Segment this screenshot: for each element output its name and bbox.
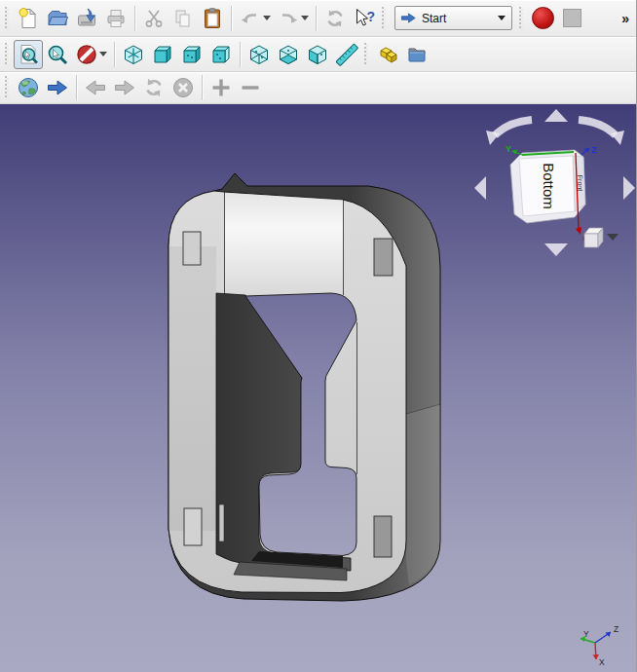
view-right-icon bbox=[209, 43, 233, 66]
measure-icon bbox=[335, 43, 358, 66]
axis-z-label: Z bbox=[614, 624, 618, 634]
separator bbox=[231, 6, 232, 31]
axis-x-label: X bbox=[599, 657, 605, 667]
whats-this-icon: ? bbox=[353, 7, 376, 30]
toolbar-overflow-chevron[interactable]: » bbox=[621, 12, 629, 25]
cad-model[interactable] bbox=[169, 173, 440, 601]
separator bbox=[240, 42, 241, 67]
toolbar-grip[interactable] bbox=[519, 7, 523, 30]
open-folder-icon bbox=[46, 7, 69, 30]
minus-icon bbox=[239, 76, 262, 99]
reload-button[interactable] bbox=[139, 73, 169, 102]
go-arrow-icon bbox=[46, 76, 69, 99]
back-button[interactable] bbox=[81, 73, 110, 102]
save-icon bbox=[75, 7, 98, 30]
separator bbox=[134, 6, 135, 31]
part-box-button[interactable] bbox=[373, 40, 402, 69]
axis-y-label: Y bbox=[583, 629, 589, 639]
fit-all-button[interactable] bbox=[14, 40, 43, 69]
zoom-in-button[interactable] bbox=[206, 73, 236, 102]
toolbar-grip[interactable] bbox=[5, 76, 9, 99]
globe-icon bbox=[17, 76, 40, 99]
toolbar-grip[interactable] bbox=[382, 7, 386, 30]
redo-dropdown-arrow[interactable] bbox=[301, 16, 309, 20]
view-axonometric-icon bbox=[122, 43, 145, 66]
stop-icon bbox=[171, 76, 195, 99]
view-axonometric-button[interactable] bbox=[119, 40, 148, 69]
undo-dropdown-arrow[interactable] bbox=[263, 16, 271, 20]
new-document-button[interactable] bbox=[14, 4, 43, 33]
nav-cube-front-label[interactable]: Bottom bbox=[541, 163, 557, 209]
redo-icon bbox=[277, 7, 300, 30]
workbench-selector-value: Start bbox=[422, 12, 493, 25]
view-rear-button[interactable] bbox=[244, 40, 274, 69]
measure-distance-button[interactable] bbox=[332, 40, 361, 69]
model-pocket-bottom-right bbox=[374, 516, 392, 557]
workbench-icon bbox=[400, 10, 417, 26]
toolbar-navigation bbox=[0, 72, 636, 104]
toolbar-grip[interactable] bbox=[5, 7, 9, 30]
model-pocket-sliver bbox=[219, 504, 224, 541]
fit-all-icon bbox=[17, 43, 40, 66]
view-front-button[interactable] bbox=[148, 40, 177, 69]
forward-button[interactable] bbox=[110, 73, 139, 102]
toolbar-grip[interactable] bbox=[5, 43, 9, 66]
model-highlight bbox=[225, 193, 343, 294]
view-top-button[interactable] bbox=[177, 40, 206, 69]
zoom-out-button[interactable] bbox=[236, 73, 265, 102]
view-left-icon bbox=[306, 43, 329, 66]
draw-style-dropdown-arrow[interactable] bbox=[99, 52, 107, 56]
nav-cube-side-label[interactable]: Front bbox=[577, 175, 583, 191]
plus-icon bbox=[209, 76, 233, 99]
draw-style-button[interactable] bbox=[72, 40, 101, 69]
toolbar-view bbox=[0, 37, 636, 72]
toolbar-standard: ? Start » bbox=[0, 0, 636, 37]
toolbar-grip[interactable] bbox=[364, 43, 368, 66]
stop-macro-button[interactable] bbox=[557, 4, 586, 33]
model-pocket-top-left bbox=[183, 232, 201, 265]
open-folder-button[interactable] bbox=[402, 40, 431, 69]
web-home-button[interactable] bbox=[14, 73, 43, 102]
view-left-button[interactable] bbox=[303, 40, 332, 69]
print-button[interactable] bbox=[101, 4, 131, 33]
part-box-icon bbox=[376, 43, 399, 66]
folder-icon bbox=[405, 43, 429, 66]
fit-selection-icon bbox=[46, 43, 69, 66]
view-bottom-button[interactable] bbox=[274, 40, 303, 69]
3d-viewport[interactable]: Bottom Front Y Z x Y Z bbox=[0, 104, 637, 672]
save-document-button[interactable] bbox=[72, 4, 101, 33]
reload-icon bbox=[142, 76, 166, 99]
stop-button[interactable] bbox=[169, 73, 198, 102]
model-side-sheen bbox=[406, 404, 440, 585]
refresh-icon bbox=[323, 7, 347, 30]
draw-style-icon bbox=[75, 43, 98, 66]
separator bbox=[76, 75, 77, 100]
cut-button[interactable] bbox=[139, 4, 169, 33]
record-macro-icon bbox=[532, 7, 554, 29]
open-document-button[interactable] bbox=[43, 4, 72, 33]
workbench-selector[interactable]: Start bbox=[394, 6, 512, 30]
web-go-button[interactable] bbox=[43, 73, 72, 102]
undo-button[interactable] bbox=[236, 4, 265, 33]
redo-button[interactable] bbox=[274, 4, 303, 33]
model-pocket-top-right bbox=[374, 239, 393, 276]
view-front-icon bbox=[151, 43, 174, 66]
model-pocket-bottom-left bbox=[184, 508, 202, 545]
whats-this-button[interactable]: ? bbox=[350, 4, 379, 33]
cube-y-label: Y bbox=[506, 144, 511, 154]
view-right-button[interactable] bbox=[206, 40, 236, 69]
copy-button[interactable] bbox=[169, 4, 198, 33]
record-macro-button[interactable] bbox=[528, 4, 557, 33]
model-left-shade bbox=[169, 246, 216, 531]
nav-mini-cube[interactable] bbox=[584, 228, 603, 247]
forward-arrow-icon bbox=[113, 76, 136, 99]
paste-button[interactable] bbox=[198, 4, 227, 33]
stop-macro-icon bbox=[563, 9, 581, 27]
fit-selection-button[interactable] bbox=[43, 40, 72, 69]
workbench-dropdown-arrow[interactable] bbox=[498, 16, 506, 20]
freecad-window: { "window": { "overflow_chevron": "\u00b… bbox=[0, 0, 637, 672]
print-icon bbox=[104, 7, 128, 30]
back-arrow-icon bbox=[84, 76, 107, 99]
new-document-icon bbox=[17, 7, 40, 30]
refresh-button[interactable] bbox=[320, 4, 350, 33]
